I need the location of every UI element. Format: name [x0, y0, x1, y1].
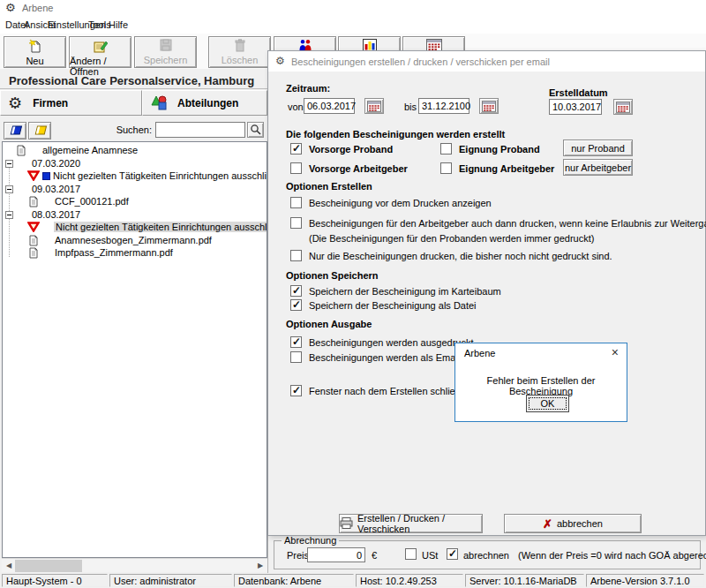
erstelldatum-label: Erstelldatum	[549, 87, 608, 98]
edit-notepad-icon	[94, 39, 108, 55]
yellow-book-icon	[33, 124, 48, 138]
abrechnen-checkbox[interactable]	[447, 548, 458, 560]
ust-checkbox[interactable]	[405, 548, 417, 560]
optionen-ausgabe-header: Optionen Ausgabe	[286, 319, 372, 329]
erstelldatum-field[interactable]: 10.03.2017	[549, 99, 602, 115]
tree-row[interactable]: CCF_000121.pdf	[29, 195, 129, 207]
tree-row[interactable]: Anamnesesbogen_Zimmermann.pdf	[29, 234, 212, 246]
abbrechen-label: abbrechen	[557, 518, 603, 529]
collapse-expander-icon[interactable]	[5, 211, 13, 219]
vorsorge-proband-checkbox[interactable]	[290, 143, 302, 155]
gear-icon: ⚙	[8, 94, 22, 113]
statusbar-user: User: administrator	[109, 574, 232, 587]
search-magnifier-button[interactable]	[247, 122, 264, 138]
document-icon	[29, 247, 38, 259]
erstellen-drucken-button[interactable]: Erstellen / Drucken / Verschicken	[339, 514, 483, 533]
dialog-gear-icon: ⚙	[275, 55, 285, 67]
app-window: { "window": { "title": "Arbene", "menu":…	[0, 0, 706, 588]
eignung-proband-checkbox[interactable]	[440, 143, 452, 155]
bescheinigungen-dialog: ⚙ Bescheinigungen erstellen / drucken / …	[267, 50, 706, 536]
eignung-proband-label: Eignung Proband	[459, 144, 540, 155]
erstelldatum-calendar-button[interactable]	[613, 99, 633, 115]
eignung-arbeitgeber-checkbox[interactable]	[440, 162, 452, 174]
als-datei-checkbox[interactable]	[290, 299, 302, 311]
red-x-icon: ✗	[543, 517, 552, 531]
tree-item-label: Nicht gezielten Tätigkeiten Einrichtunge…	[54, 222, 267, 232]
magnifier-icon	[250, 124, 261, 137]
tab-abteilungen[interactable]: Abteilungen	[142, 90, 267, 116]
blue-book-icon	[8, 124, 23, 138]
nur-proband-button[interactable]: nur Proband	[563, 139, 633, 156]
search-row: Suchen:	[0, 116, 267, 141]
collapse-expander-icon[interactable]	[5, 160, 13, 168]
document-icon	[17, 145, 26, 156]
von-date-field[interactable]: 06.03.2017	[304, 98, 355, 114]
tree-item-label: Nicht gezielten Tätigkeiten Einrichtunge…	[53, 170, 267, 181]
collapse-expander-icon[interactable]	[5, 185, 13, 193]
save-button: Speichern	[134, 36, 197, 68]
yellow-book-button[interactable]	[28, 122, 51, 139]
tree-row[interactable]: Impfpass_Zimmermann.pdf	[29, 246, 173, 259]
error-dialog: Arbene × Fehler beim Erstellen der Besch…	[454, 343, 627, 422]
dialog-titlebar[interactable]: ⚙ Bescheinigungen erstellen / drucken / …	[268, 51, 705, 72]
tree-item-label: Anamnesesbogen_Zimmermann.pdf	[55, 235, 212, 245]
menubar: Datei Ansicht Einstellungen Tools Hilfe	[0, 17, 706, 34]
fenster-schliessen-checkbox[interactable]	[290, 385, 302, 396]
currency-label: €	[372, 550, 377, 561]
tree-horizontal-scrollbar[interactable]: ◀ ▶	[2, 558, 267, 572]
karteibaum-label: Speichern der Bescheinigung im Karteibau…	[309, 286, 501, 297]
tree-row[interactable]: 09.03.2017	[5, 183, 80, 195]
tree-row-selected[interactable]: Nicht gezielten Tätigkeiten Einrichtunge…	[27, 221, 267, 233]
vor-drucken-anzeigen-checkbox[interactable]	[290, 197, 302, 208]
erstellen-drucken-label: Erstellen / Drucken / Verschicken	[357, 513, 482, 534]
preis-field[interactable]: 0	[307, 547, 365, 562]
close-icon[interactable]: ×	[612, 345, 619, 359]
new-document-icon	[28, 39, 41, 55]
delete-button: Löschen	[208, 36, 271, 68]
ausgedruckt-checkbox[interactable]	[290, 336, 302, 348]
vorsorge-arbeitgeber-label: Vorsorge Arbeitgeber	[309, 163, 408, 174]
abrechnen-label: abrechnen	[463, 550, 509, 561]
preis-label: Preis	[287, 550, 309, 561]
tree-row[interactable]: 08.03.2017	[5, 208, 80, 221]
statusbar-database: Datenbank: Arbene	[234, 574, 354, 587]
tree-row[interactable]: Nicht gezielten Tätigkeiten Einrichtunge…	[27, 170, 267, 182]
tree-row[interactable]: allgemeine Anamnese	[17, 144, 138, 156]
karteibaum-checkbox[interactable]	[290, 285, 302, 297]
ust-label: USt	[422, 550, 438, 561]
blue-square-icon	[42, 172, 50, 180]
bis-calendar-button[interactable]	[479, 98, 499, 114]
fenster-schliessen-label: Fenster nach dem Erstellen schließen	[309, 386, 472, 396]
als-datei-label: Speichern der Bescheinigung als Datei	[309, 300, 477, 311]
abrechnung-legend: Abrechnung	[282, 535, 339, 546]
optionen-erstellen-header: Optionen Erstellen	[286, 181, 372, 192]
arbeitgeber-drucken-checkbox[interactable]	[290, 217, 302, 229]
menu-tools[interactable]: Tools	[88, 19, 111, 30]
new-button[interactable]: Neu	[4, 36, 66, 68]
tree-row[interactable]: 07.03.2020	[5, 157, 80, 170]
bis-date-field[interactable]: 31.12.2100	[418, 98, 469, 114]
scrollbar-thumb[interactable]	[15, 560, 82, 572]
eignung-arbeitgeber-label: Eignung Arbeitgeber	[459, 163, 554, 174]
vor-drucken-anzeigen-label: Bescheinigung vor dem Drucken anzeigen	[309, 198, 492, 208]
search-input[interactable]	[155, 122, 245, 138]
vorsorge-arbeitgeber-checkbox[interactable]	[290, 162, 302, 174]
document-tree: allgemeine Anamnese 07.03.2020 Nicht gez…	[2, 141, 267, 558]
delete-button-label: Löschen	[222, 55, 259, 65]
edit-open-button[interactable]: Ändern / Öffnen	[69, 36, 131, 68]
ok-button[interactable]: OK	[526, 395, 569, 412]
tree-item-label: Impfpass_Zimmermann.pdf	[55, 247, 173, 258]
blue-book-button[interactable]	[4, 122, 26, 139]
nur-ungedruckte-checkbox[interactable]	[290, 250, 302, 261]
email-anhang-checkbox[interactable]	[290, 351, 302, 363]
scroll-right-arrow[interactable]: ▶	[253, 559, 267, 573]
scroll-left-arrow[interactable]: ◀	[2, 559, 16, 573]
calendar-icon	[367, 101, 381, 112]
tab-firmen[interactable]: ⚙ Firmen	[0, 90, 142, 116]
error-dialog-title: Arbene	[464, 348, 495, 358]
nur-arbeitgeber-button[interactable]: nur Arbeitgeber	[563, 159, 633, 176]
abbrechen-button[interactable]: ✗ abbrechen	[504, 514, 642, 533]
optionen-speichern-header: Optionen Speichern	[286, 270, 379, 281]
von-calendar-button[interactable]	[364, 98, 384, 114]
menu-hilfe[interactable]: Hilfe	[109, 19, 128, 30]
